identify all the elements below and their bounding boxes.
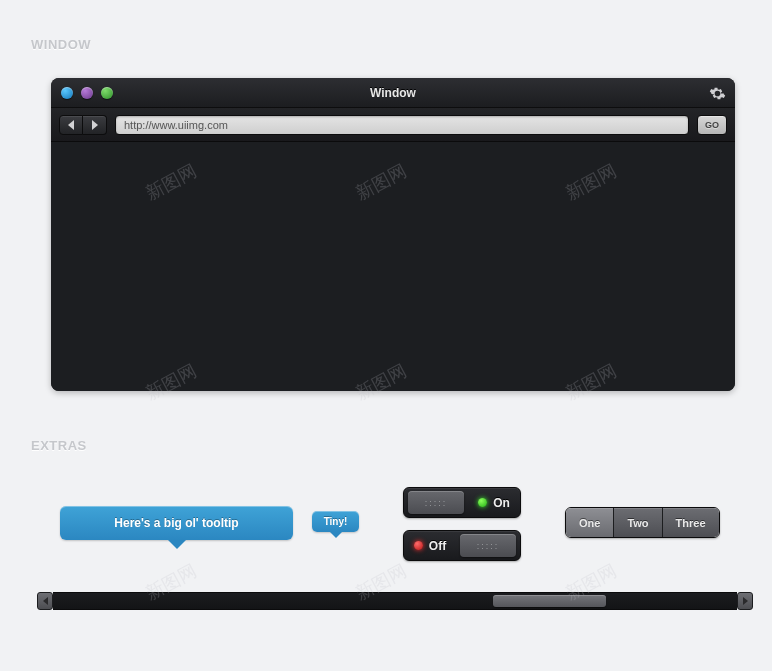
toggle-knob[interactable]: ::::: <box>408 491 464 514</box>
tooltip-small: Tiny! <box>312 511 359 532</box>
tooltip-large: Here's a big ol' tooltip <box>60 506 293 540</box>
close-button[interactable] <box>61 87 73 99</box>
toggle-knob[interactable]: ::::: <box>460 534 516 557</box>
scroll-left-button[interactable] <box>37 592 53 610</box>
chevron-right-icon <box>92 120 98 130</box>
led-on-icon <box>478 498 487 507</box>
toggle-off-label: Off <box>404 539 456 553</box>
scrollbar-thumb[interactable] <box>493 595 606 607</box>
nav-buttons <box>59 115 107 135</box>
segment-one[interactable]: One <box>566 508 614 537</box>
toggle-off[interactable]: Off ::::: <box>403 530 521 561</box>
chevron-right-icon <box>743 597 748 605</box>
titlebar: Window <box>51 78 735 108</box>
browser-window: Window http://www.uiimg.com GO <box>51 78 735 391</box>
led-off-icon <box>414 541 423 550</box>
scrollbar-track[interactable] <box>53 592 737 610</box>
gear-icon[interactable] <box>709 85 726 102</box>
back-button[interactable] <box>59 115 83 135</box>
minimize-button[interactable] <box>81 87 93 99</box>
horizontal-scrollbar <box>37 592 753 610</box>
go-button[interactable]: GO <box>697 115 727 135</box>
segment-three[interactable]: Three <box>663 508 719 537</box>
url-input[interactable]: http://www.uiimg.com <box>115 115 689 135</box>
scroll-right-button[interactable] <box>737 592 753 610</box>
chevron-left-icon <box>68 120 74 130</box>
section-label-window: WINDOW <box>31 37 91 52</box>
forward-button[interactable] <box>83 115 107 135</box>
zoom-button[interactable] <box>101 87 113 99</box>
section-label-extras: EXTRAS <box>31 438 87 453</box>
segment-two[interactable]: Two <box>614 508 662 537</box>
segmented-control: One Two Three <box>565 507 720 538</box>
toggle-on[interactable]: ::::: On <box>403 487 521 518</box>
toggle-on-label: On <box>468 496 520 510</box>
chevron-left-icon <box>43 597 48 605</box>
window-content <box>51 142 735 391</box>
traffic-lights <box>61 87 113 99</box>
window-title: Window <box>51 86 735 100</box>
toolbar: http://www.uiimg.com GO <box>51 108 735 142</box>
